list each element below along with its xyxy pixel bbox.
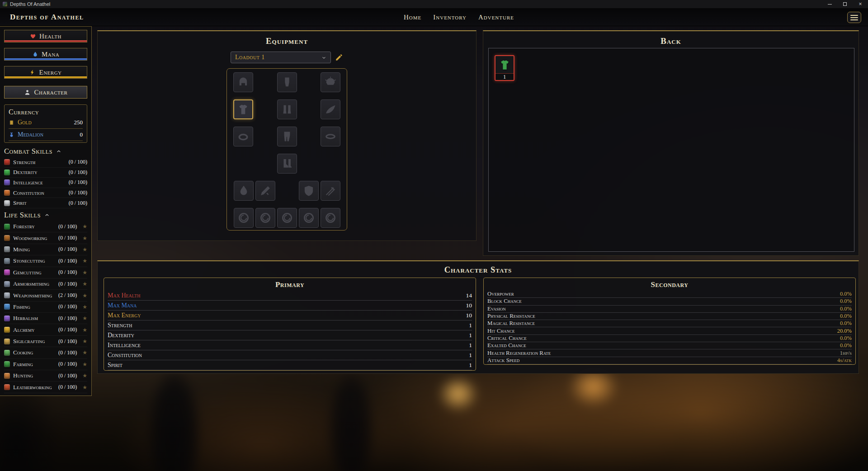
skill-row[interactable]: Mining (0 / 100) ★ [4, 244, 87, 255]
skill-row[interactable]: Intelligence (0 / 100) [4, 178, 87, 188]
favorite-star-icon[interactable]: ★ [82, 362, 87, 367]
stat-value: 0.0% [840, 320, 852, 327]
mana-label: Mana [42, 51, 59, 58]
life-skills-header[interactable]: Life Skills [4, 211, 87, 219]
favorite-star-icon[interactable]: ★ [82, 258, 87, 264]
favorite-star-icon[interactable]: ★ [82, 270, 87, 275]
chest-slot[interactable] [233, 99, 253, 119]
skill-row[interactable]: Gemcutting (0 / 100) ★ [4, 267, 87, 278]
skill-label: Dexterity [13, 169, 37, 176]
skill-icon [4, 235, 10, 241]
skill-row[interactable]: Alchemy (0 / 100) ★ [4, 324, 87, 335]
rune-slot-1[interactable] [234, 208, 254, 228]
rune-slot-5[interactable] [321, 208, 340, 228]
equipment-panel: Equipment Loadout 1 [97, 30, 476, 241]
skill-row[interactable]: Armorsmithing (0 / 100) ★ [4, 278, 87, 290]
combat-skills-title: Combat Skills [4, 147, 52, 156]
stat-value: 0.0% [840, 335, 852, 342]
loadout-select[interactable]: Loadout 1 [231, 52, 331, 63]
favorite-star-icon[interactable]: ★ [82, 281, 87, 287]
nav-item[interactable]: Home [404, 14, 421, 21]
skill-row[interactable]: Hunting (0 / 100) ★ [4, 370, 87, 382]
character-button[interactable]: Character [4, 86, 87, 99]
shield-icon [302, 184, 315, 197]
skill-row[interactable]: Dexterity (0 / 100) [4, 168, 87, 178]
favorite-star-icon[interactable]: ★ [82, 316, 87, 321]
skill-progress: (0 / 100) [58, 384, 77, 391]
health-bar-fill [5, 40, 87, 42]
gauntlets-slot[interactable] [277, 72, 297, 92]
favorite-star-icon[interactable]: ★ [82, 327, 87, 333]
menu-button[interactable] [847, 12, 861, 23]
skill-row[interactable]: Strength (0 / 100) [4, 157, 87, 168]
stat-row: Max Health 14 [108, 291, 472, 301]
favorite-star-icon[interactable]: ★ [82, 224, 87, 229]
skill-label: Intelligence [13, 179, 43, 186]
equipment-row-6 [233, 208, 340, 228]
gauntlet-icon [281, 76, 293, 89]
close-button[interactable]: × [853, 0, 868, 8]
cape-slot[interactable] [321, 99, 340, 119]
stat-value: 20.0% [837, 328, 852, 334]
skill-row[interactable]: Farming (0 / 100) ★ [4, 359, 87, 370]
main-hand-slot[interactable] [255, 181, 275, 201]
stat-label: Magical Resistance [487, 320, 535, 327]
skill-icon [4, 200, 10, 206]
stat-row: Health Regeneration Rate 1hp/s [487, 349, 852, 357]
rune-slot-2[interactable] [255, 208, 275, 228]
favorite-star-icon[interactable]: ★ [82, 339, 87, 344]
skill-row[interactable]: Woodworking (0 / 100) ★ [4, 232, 87, 244]
skill-row[interactable]: Leatherworking (0 / 100) ★ [4, 382, 87, 393]
skill-label: Forestry [13, 223, 35, 230]
skill-row[interactable]: Forestry (0 / 100) ★ [4, 221, 87, 232]
nav-item[interactable]: Inventory [433, 14, 467, 21]
back-item-slot[interactable]: 1 [495, 55, 514, 81]
minimize-button[interactable] [822, 0, 837, 8]
favorite-star-icon[interactable]: ★ [82, 304, 87, 310]
currency-panel: Currency Gold 250 Medalion 0 [4, 104, 87, 143]
skill-row[interactable]: Spirit (0 / 100) [4, 198, 87, 208]
favorite-star-icon[interactable]: ★ [82, 385, 87, 390]
favorite-star-icon[interactable]: ★ [82, 350, 87, 355]
skill-row[interactable]: Herbalism (0 / 100) ★ [4, 313, 87, 324]
ring-slot-left[interactable] [233, 127, 253, 146]
nav-item[interactable]: Adventure [478, 14, 514, 21]
essence-slot[interactable] [234, 181, 254, 201]
helmet-slot[interactable] [233, 72, 253, 92]
legs-slot[interactable] [277, 127, 297, 146]
primary-stats-box: Primary Max Health 14 Max Mana 10 Max En… [104, 278, 476, 371]
heart-icon [30, 33, 36, 39]
favorite-star-icon[interactable]: ★ [82, 236, 87, 241]
skill-progress: (0 / 100) [58, 326, 77, 333]
skill-row[interactable]: Stonecutting (0 / 100) ★ [4, 255, 87, 267]
stat-value: 1 [469, 352, 472, 359]
favorite-star-icon[interactable]: ★ [82, 247, 87, 252]
off-hand-slot[interactable] [299, 181, 319, 201]
skill-progress: (0 / 100) [58, 246, 77, 253]
combat-skills-header[interactable]: Combat Skills [4, 147, 87, 155]
mana-bar-fill [5, 58, 87, 60]
droplet-icon [32, 51, 38, 57]
skill-icon [4, 246, 10, 252]
skill-row[interactable]: Fishing (0 / 100) ★ [4, 301, 87, 313]
maximize-button[interactable] [837, 0, 853, 8]
edit-loadout-icon[interactable] [335, 53, 343, 61]
skill-label: Herbalism [13, 315, 38, 322]
ring-slot-right[interactable] [321, 127, 340, 146]
rune-slot-3[interactable] [277, 208, 297, 228]
skill-row[interactable]: Sigilcrafting (0 / 100) ★ [4, 336, 87, 347]
skill-row[interactable]: Cooking (0 / 100) ★ [4, 347, 87, 358]
stat-value: 1 [469, 322, 472, 329]
gloves-slot[interactable] [277, 99, 297, 119]
favorite-star-icon[interactable]: ★ [82, 293, 87, 298]
equipment-row-5 [233, 181, 340, 201]
skill-row[interactable]: Weaponsmithing (2 / 100) ★ [4, 290, 87, 301]
rune-slot-4[interactable] [299, 208, 319, 228]
app-icon [3, 2, 7, 6]
favorite-star-icon[interactable]: ★ [82, 373, 87, 378]
ammo-slot[interactable] [321, 181, 340, 201]
skill-icon [4, 269, 10, 275]
shoulders-slot[interactable] [321, 72, 340, 92]
skill-row[interactable]: Constitution (0 / 100) [4, 188, 87, 198]
boots-slot[interactable] [277, 154, 297, 174]
